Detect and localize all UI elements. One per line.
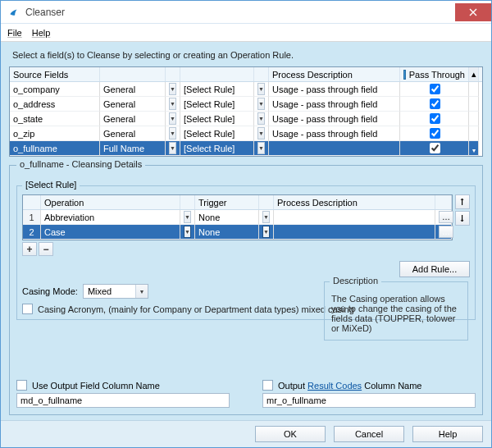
- cancel-button[interactable]: Cancel: [334, 426, 404, 442]
- trigger-dropdown[interactable]: ▼: [262, 211, 270, 223]
- passthrough-checkbox[interactable]: [430, 98, 440, 109]
- description-title: Description: [330, 276, 381, 286]
- operations-grid: Operation Trigger Process Description 1 …: [22, 194, 453, 240]
- app-icon: [7, 6, 20, 19]
- select-rule-group: [Select Rule] Operation Trigger Process …: [16, 185, 476, 320]
- col-source-fields[interactable]: Source Fields: [10, 67, 100, 81]
- rule-dropdown[interactable]: ▼: [257, 98, 265, 110]
- source-fields-grid: Source Fields Process Description Pass T…: [9, 66, 483, 157]
- operation-row[interactable]: 1 Abbreviation ▼ None ▼ …: [23, 210, 452, 225]
- window-title: Cleanser: [25, 7, 65, 18]
- grid-scroll-up[interactable]: ▴: [469, 67, 479, 81]
- row-move-buttons: 🠕 🠗: [455, 194, 470, 240]
- col-passthrough[interactable]: Pass Through: [400, 67, 469, 81]
- col-type-dd: [166, 67, 180, 81]
- passthrough-checkbox[interactable]: [430, 113, 440, 124]
- move-up-button[interactable]: 🠕: [455, 194, 470, 209]
- passthrough-checkbox[interactable]: [430, 128, 440, 139]
- operation-row-selected[interactable]: 2 Case ▼ None ▼ …: [23, 225, 452, 240]
- help-button[interactable]: Help: [412, 426, 483, 442]
- content-area: Select a field(s) to Cleanse by selectin…: [1, 42, 491, 420]
- grid-scroll-down[interactable]: ▾: [469, 141, 479, 156]
- rule-dropdown[interactable]: ▼: [257, 112, 265, 125]
- col-rule-dd: [254, 67, 269, 81]
- move-down-button[interactable]: 🠗: [455, 211, 470, 226]
- output-col-name-input[interactable]: [16, 393, 230, 408]
- chevron-down-icon: ▼: [135, 285, 148, 298]
- type-dropdown[interactable]: ▼: [169, 127, 176, 139]
- instruction-text: Select a field(s) to Cleanse by selectin…: [12, 50, 480, 60]
- output-result-codes-label: Output Result Codes Column Name: [278, 381, 421, 391]
- rule-dropdown[interactable]: ▼: [257, 127, 265, 139]
- row-options-button[interactable]: …: [439, 226, 453, 238]
- titlebar: Cleanser: [1, 1, 491, 24]
- passthrough-checkbox[interactable]: [430, 84, 440, 94]
- col-rule[interactable]: [180, 67, 254, 81]
- source-row[interactable]: o_address General ▼ [Select Rule] ▼ Usag…: [10, 97, 482, 112]
- source-row[interactable]: o_company General ▼ [Select Rule] ▼ Usag…: [10, 82, 482, 97]
- col-process2[interactable]: Process Description: [274, 195, 435, 209]
- rule-dropdown[interactable]: ▼: [257, 83, 265, 95]
- cleansing-details-title: o_fullname - Cleansing Details: [16, 159, 145, 169]
- casing-acronym-checkbox[interactable]: [22, 304, 33, 314]
- col-rownum: [23, 195, 41, 209]
- rule-dropdown[interactable]: ▼: [257, 142, 265, 154]
- col-operation[interactable]: Operation: [41, 195, 180, 209]
- casing-mode-combo[interactable]: Mixed ▼: [83, 284, 148, 299]
- type-dropdown[interactable]: ▼: [169, 83, 176, 95]
- cleanser-window: Cleanser File Help Select a field(s) to …: [0, 0, 492, 448]
- output-options: Use Output Field Column Name Output Resu…: [16, 372, 476, 408]
- add-rule-button[interactable]: Add Rule...: [399, 261, 470, 277]
- operations-header-row: Operation Trigger Process Description: [23, 195, 452, 210]
- source-row[interactable]: o_zip General ▼ [Select Rule] ▼ Usage - …: [10, 126, 482, 141]
- type-dropdown[interactable]: ▼: [169, 98, 176, 110]
- casing-acronym-label: Casing Acronym, (mainly for Company or D…: [38, 304, 354, 314]
- result-codes-link[interactable]: Result Codes: [308, 381, 362, 391]
- col-process[interactable]: Process Description: [269, 67, 400, 81]
- use-output-col-label: Use Output Field Column Name: [32, 381, 160, 391]
- operation-dropdown[interactable]: ▼: [184, 211, 191, 223]
- use-output-col-checkbox[interactable]: [16, 380, 27, 391]
- close-button[interactable]: [455, 3, 491, 21]
- passthrough-header-checkbox[interactable]: [403, 70, 406, 80]
- casing-mode-label: Casing Mode:: [22, 286, 78, 296]
- grid-header-row: Source Fields Process Description Pass T…: [10, 67, 482, 82]
- source-row-selected[interactable]: o_fullname Full Name ▼ [Select Rule] ▼ ▾: [10, 141, 482, 156]
- col-type[interactable]: [100, 67, 166, 81]
- cleansing-details-group: o_fullname - Cleansing Details [Select R…: [9, 165, 483, 415]
- select-rule-legend: [Select Rule]: [22, 180, 80, 190]
- dialog-footer: OK Cancel Help: [1, 420, 491, 447]
- menu-help[interactable]: Help: [32, 28, 51, 38]
- passthrough-checkbox[interactable]: [430, 143, 440, 153]
- menu-file[interactable]: File: [7, 28, 22, 38]
- description-box: Description The Casing operation allows …: [324, 281, 468, 341]
- result-codes-col-input[interactable]: [262, 393, 476, 408]
- col-trigger[interactable]: Trigger: [195, 195, 259, 209]
- row-options-button[interactable]: …: [439, 211, 453, 223]
- description-text: The Casing operation allows you to chang…: [331, 294, 461, 333]
- output-result-codes-checkbox[interactable]: [262, 380, 273, 391]
- add-row-button[interactable]: +: [22, 242, 37, 256]
- trigger-dropdown[interactable]: ▼: [262, 226, 270, 238]
- type-dropdown[interactable]: ▼: [169, 142, 176, 154]
- source-row[interactable]: o_state General ▼ [Select Rule] ▼ Usage …: [10, 112, 482, 126]
- operation-dropdown[interactable]: ▼: [184, 226, 191, 238]
- ok-button[interactable]: OK: [255, 426, 326, 442]
- menubar: File Help: [1, 24, 491, 42]
- remove-row-button[interactable]: −: [39, 242, 53, 256]
- type-dropdown[interactable]: ▼: [169, 112, 176, 125]
